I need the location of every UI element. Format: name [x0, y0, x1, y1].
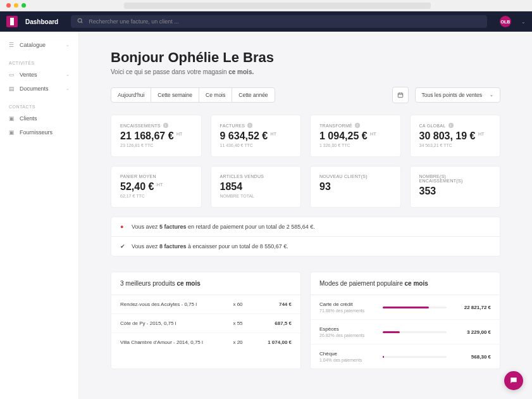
payment-value: 22 821,72 €	[453, 305, 491, 310]
metric-card: FACTURESi9 634,52 € HT11 436,40 € TTC	[211, 115, 302, 157]
metric-card: TRANSFORMÉi1 094,25 € HT1 326,00 € TTC	[310, 115, 401, 157]
metric-card: NOUVEAU CLIENT(S)93	[310, 166, 401, 208]
chevron-down-icon[interactable]: ⌄	[521, 19, 526, 25]
payment-bar	[383, 307, 447, 308]
main-content: Bonjour Ophélie Le Bras Voici ce qui se …	[79, 32, 532, 399]
product-value: 687,5 €	[254, 320, 292, 326]
calendar-icon	[397, 92, 404, 98]
payment-name: Espèces	[319, 326, 376, 332]
chevron-down-icon: ⌄	[66, 86, 70, 91]
browser-chrome	[0, 0, 532, 11]
sidebar: ☰Catalogue ⌄ ACTIVITÉS ▭Ventes ⌄ ▤Docume…	[0, 32, 79, 399]
product-qty: x 20	[222, 339, 254, 345]
sidebar-item-catalogue[interactable]: ☰Catalogue ⌄	[0, 38, 78, 52]
sidebar-item-fournisseurs[interactable]: ▣Fournisseurs	[0, 125, 78, 139]
metric-sub: 23 126,81 € TTC	[120, 143, 192, 148]
filter-row: Aujourd'hui Cette semaine Ce mois Cette …	[111, 87, 500, 103]
payment-bar	[383, 356, 447, 358]
metric-sub: NOMBRE TOTAL	[220, 194, 292, 198]
metric-value: 21 168,67 € HT	[120, 130, 192, 142]
product-value: 744 €	[254, 301, 292, 307]
metric-label: ARTICLES VENDUS	[220, 174, 292, 179]
payment-pct: 71.88% des paiements	[319, 308, 376, 313]
window-max-icon[interactable]	[22, 3, 26, 8]
payment-row: Carte de crédit71.88% des paiements22 82…	[311, 295, 500, 320]
panel-header: 3 meilleurs produits ce mois	[111, 272, 300, 295]
alert-text: Vous avez 8 factures à encaisser pour un…	[132, 243, 288, 250]
filter-week[interactable]: Cette semaine	[151, 88, 199, 102]
metrics-row-2: PANIER MOYEN52,40 € HT62,17 € TTCARTICLE…	[111, 166, 500, 208]
filter-year[interactable]: Cette année	[232, 88, 274, 102]
metrics-row-1: ENCAISSEMENTSi21 168,67 € HT23 126,81 € …	[111, 115, 500, 157]
product-name: Côte de Py - 2015, 0,75 l	[120, 320, 222, 326]
info-icon[interactable]: i	[247, 123, 252, 128]
payment-value: 3 229,00 €	[453, 329, 491, 335]
sidebar-item-label: Documents	[20, 86, 49, 92]
url-bar[interactable]	[124, 3, 431, 9]
metric-value: 353	[419, 186, 492, 197]
sidebar-item-clients[interactable]: ▣Clients	[0, 111, 78, 125]
calendar-button[interactable]	[392, 87, 409, 103]
page-title: Bonjour Ophélie Le Bras	[111, 49, 500, 66]
metric-sub: 11 436,40 € TTC	[220, 143, 292, 148]
svg-rect-2	[398, 93, 403, 98]
app-logo[interactable]	[6, 16, 18, 27]
payment-pct: 26.82% des paiements	[319, 333, 376, 338]
window-close-icon[interactable]	[6, 3, 11, 8]
product-row[interactable]: Côte de Py - 2015, 0,75 lx 55687,5 €	[111, 314, 300, 333]
page-subtitle: Voici ce qui se passe dans votre magasin…	[111, 68, 500, 75]
svg-point-0	[78, 18, 82, 22]
window-min-icon[interactable]	[14, 3, 18, 8]
alerts-panel: ● Vous avez 5 factures en retard de paie…	[111, 217, 500, 256]
metric-card: ENCAISSEMENTSi21 168,67 € HT23 126,81 € …	[111, 115, 202, 157]
sidebar-item-label: Clients	[20, 115, 37, 122]
info-icon[interactable]: i	[448, 123, 454, 128]
alert-due-invoices[interactable]: ✔ Vous avez 8 factures à encaisser pour …	[111, 237, 500, 256]
sidebar-item-ventes[interactable]: ▭Ventes ⌄	[0, 68, 78, 82]
product-row[interactable]: Villa Chambre d'Amour - 2014, 0,75 lx 20…	[111, 333, 300, 352]
metric-label: CA GLOBALi	[419, 123, 492, 128]
chevron-down-icon: ⌄	[66, 42, 70, 48]
metric-card: CA GLOBALi30 803, 19 € HT34 563,21 € TTC	[410, 115, 501, 157]
filter-month[interactable]: Ce mois	[199, 88, 232, 102]
sidebar-section-activites: ACTIVITÉS	[0, 52, 78, 68]
panels-row: 3 meilleurs produits ce mois Rendez-vous…	[111, 272, 500, 369]
product-name: Rendez-vous des Acolytes - 0,75 l	[120, 301, 222, 307]
alert-late-invoices[interactable]: ● Vous avez 5 factures en retard de paie…	[111, 217, 500, 237]
sidebar-item-label: Fournisseurs	[20, 129, 53, 136]
svg-line-1	[81, 22, 82, 23]
info-icon[interactable]: i	[163, 123, 168, 128]
user-avatar[interactable]: OLB	[500, 16, 511, 27]
check-icon: ✔	[120, 243, 127, 250]
metric-value: 52,40 € HT	[120, 181, 192, 193]
sidebar-item-label: Catalogue	[20, 42, 46, 48]
metric-value: 9 634,52 € HT	[220, 130, 292, 142]
metric-label: PANIER MOYEN	[120, 174, 192, 179]
product-row[interactable]: Rendez-vous des Acolytes - 0,75 lx 60744…	[111, 295, 300, 314]
period-toggle: Aujourd'hui Cette semaine Ce mois Cette …	[111, 87, 275, 103]
sidebar-item-documents[interactable]: ▤Documents ⌄	[0, 82, 78, 96]
search-box[interactable]	[71, 15, 487, 28]
search-input[interactable]	[89, 18, 481, 25]
pos-dropdown[interactable]: Tous les points de ventes ⌄	[415, 87, 500, 103]
metric-value: 1854	[220, 181, 292, 193]
payment-value: 568,30 €	[453, 354, 491, 360]
filter-today[interactable]: Aujourd'hui	[111, 88, 151, 102]
dropdown-label: Tous les points de ventes	[422, 92, 482, 98]
documents-icon: ▤	[9, 86, 15, 92]
payment-row: Espèces26.82% des paiements3 229,00 €	[311, 320, 500, 345]
metric-label: TRANSFORMÉi	[319, 123, 392, 128]
metric-card: ARTICLES VENDUS1854NOMBRE TOTAL	[211, 166, 302, 208]
chat-button[interactable]	[504, 371, 523, 390]
metric-value: 30 803, 19 € HT	[419, 130, 492, 142]
metric-label: NOMBRE(S) ENCAISSEMENT(S)	[419, 174, 492, 183]
metric-card: PANIER MOYEN52,40 € HT62,17 € TTC	[111, 166, 202, 208]
metric-label: NOUVEAU CLIENT(S)	[319, 174, 392, 179]
brand-name: Dashboard	[25, 18, 58, 25]
chevron-down-icon: ⌄	[490, 92, 493, 98]
suppliers-icon: ▣	[9, 129, 15, 136]
clients-icon: ▣	[9, 115, 15, 122]
payment-pct: 1.04% des paiements	[319, 358, 376, 362]
info-icon[interactable]: i	[355, 123, 360, 128]
metric-value: 1 094,25 € HT	[319, 130, 392, 142]
